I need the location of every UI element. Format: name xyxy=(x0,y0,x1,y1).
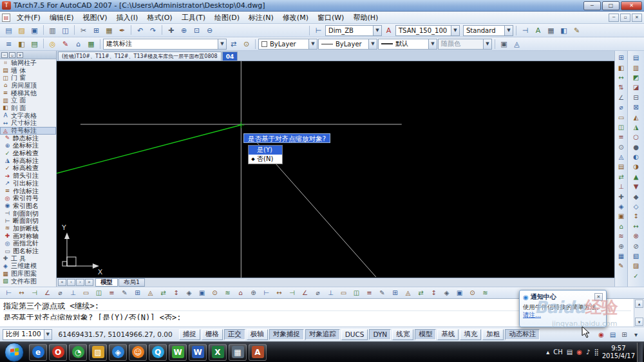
chevron-down-icon[interactable]: ▼ xyxy=(451,26,459,35)
tray-shield-icon[interactable]: ◉ xyxy=(576,348,582,356)
dim-tool-icon[interactable]: ∠ xyxy=(41,288,53,298)
table-style-combo[interactable]: Standard ▼ xyxy=(463,25,513,36)
dim-tool-icon[interactable]: ⊞ xyxy=(131,288,144,298)
right-tool-icon[interactable]: ⊕ xyxy=(616,241,627,251)
context-menu-item-是(Y)[interactable]: 是(Y) xyxy=(249,146,282,155)
match-properties-icon[interactable]: ✒ xyxy=(116,25,128,36)
right-tool-icon[interactable]: ⊠ xyxy=(630,102,641,112)
taskbar-folder-icon[interactable]: ▨ xyxy=(89,344,107,361)
dim-tool-icon[interactable]: ◈ xyxy=(440,288,453,298)
dim-tool-icon[interactable]: ◬ xyxy=(144,288,156,298)
dim-tool-icon[interactable]: ✎ xyxy=(376,288,388,298)
status-toggle-极轴[interactable]: 极轴 xyxy=(247,329,268,340)
bulb-icon[interactable]: ◎ xyxy=(46,39,59,50)
right-tool-icon[interactable]: ↔ xyxy=(630,222,641,231)
status-toggle-线宽[interactable]: 线宽 xyxy=(392,329,413,340)
annotation-scale-icon[interactable]: ◉ xyxy=(596,329,607,339)
dim-tool-icon[interactable]: ▭ xyxy=(80,288,92,298)
scroll-up-icon[interactable]: ▲ xyxy=(635,300,643,308)
open-folder-icon[interactable]: ▨ xyxy=(15,25,28,36)
taskbar-clock[interactable]: 9:57 2015/4/17 xyxy=(602,345,635,360)
right-tool-icon[interactable]: ▦ xyxy=(616,251,627,261)
palette-close-button[interactable]: ✕ xyxy=(17,52,23,58)
redo-icon[interactable]: ↷ xyxy=(147,25,159,36)
context-menu-item-否(N)[interactable]: ◆否(N) xyxy=(249,155,282,164)
tray-expand-icon[interactable]: ▴ xyxy=(546,348,549,356)
right-tool-icon[interactable]: ▣ xyxy=(616,211,627,221)
dim-tool-icon[interactable]: ▭ xyxy=(337,288,350,298)
chevron-down-icon[interactable]: ▼ xyxy=(373,26,381,35)
taskbar-word-icon[interactable]: W xyxy=(189,344,207,361)
status-toggle-基线[interactable]: 基线 xyxy=(437,329,459,340)
paste-icon[interactable]: ▦ xyxy=(103,25,115,36)
annotation-style-combo[interactable]: 建筑标注 ▼ xyxy=(103,39,227,50)
dim-tool-icon[interactable]: ⇄ xyxy=(415,288,427,298)
dim-tool-icon[interactable]: ◬ xyxy=(402,288,414,298)
layer-states-icon[interactable]: ◧ xyxy=(15,39,28,50)
right-tool-icon[interactable]: ◆ xyxy=(630,191,641,201)
dim-tool-icon[interactable]: ⊢ xyxy=(260,288,272,298)
taskbar-opera-icon[interactable]: O xyxy=(49,344,67,361)
zoom-window-icon[interactable]: ⊡ xyxy=(191,25,203,36)
palette-float-button[interactable]: ▫ xyxy=(9,52,15,58)
right-tool-icon[interactable]: ⊗ xyxy=(630,231,641,241)
menu-格式(O)[interactable]: 格式(O) xyxy=(142,12,176,24)
menu-视图(V)[interactable]: 视图(V) xyxy=(78,12,111,24)
right-tool-icon[interactable]: ▭ xyxy=(616,112,627,122)
status-toggle-捕捉[interactable]: 捕捉 xyxy=(179,329,200,340)
dim-tool-icon[interactable]: ⌀ xyxy=(54,288,66,298)
right-tool-icon[interactable]: ▲ xyxy=(630,172,641,182)
taskbar-ie-icon[interactable]: e xyxy=(29,344,47,361)
tab-scroll-arrow-icon[interactable]: » xyxy=(85,279,93,286)
dim-tool-icon[interactable]: ✎ xyxy=(118,288,131,298)
menu-文件(F)[interactable]: 文件(F) xyxy=(12,12,45,24)
minimize-button[interactable]: ─ xyxy=(583,1,601,10)
taskbar-browser-icon[interactable]: ◈ xyxy=(109,344,127,361)
dim-tool-icon[interactable]: ≡ xyxy=(106,288,118,298)
palette-section-轴网柱子[interactable]: ⌗轴网柱子 xyxy=(0,59,56,67)
right-tool-icon[interactable]: ◩ xyxy=(630,73,641,82)
right-tool-icon[interactable]: ▨ xyxy=(630,261,641,271)
right-tool-icon[interactable]: ▥ xyxy=(630,62,641,72)
maximize-button[interactable]: □ xyxy=(602,1,620,10)
lineweight-combo[interactable]: 默认 ▼ xyxy=(378,39,437,50)
text-style-icon[interactable]: A xyxy=(383,25,395,36)
dim-tool-icon[interactable]: ⊥ xyxy=(67,288,79,298)
menu-插入(I)[interactable]: 插入(I) xyxy=(112,12,143,24)
menu-绘图(D)[interactable]: 绘图(D) xyxy=(210,12,244,24)
plot-preview-icon[interactable]: ◫ xyxy=(59,25,71,36)
right-tool-icon[interactable]: ▤ xyxy=(616,162,627,171)
linetype-combo[interactable]: ByLayer ▼ xyxy=(318,39,377,50)
right-tool-icon[interactable]: ✚ xyxy=(616,191,627,201)
tray-keyboard-icon[interactable]: ▤ xyxy=(567,348,573,356)
right-tool-icon[interactable]: ◧ xyxy=(616,62,627,72)
dim-tool-icon[interactable]: ⊙ xyxy=(209,288,221,298)
table-icon[interactable]: ▦ xyxy=(545,25,557,36)
status-toggle-对象追踪[interactable]: 对象追踪 xyxy=(305,329,340,340)
save-icon[interactable]: ▣ xyxy=(28,25,41,36)
dim-tool-icon[interactable]: ⊙ xyxy=(466,288,478,298)
right-tool-icon[interactable]: ⊥ xyxy=(616,182,627,191)
zoom-realtime-icon[interactable]: ⊕ xyxy=(178,25,190,36)
right-tool-icon[interactable]: ⊟ xyxy=(630,93,641,102)
right-tool-icon[interactable]: ✎ xyxy=(616,261,627,271)
tab-scroll-arrow-icon[interactable]: ‹ xyxy=(67,279,75,286)
palette-section-楼梯其他[interactable]: ≡楼梯其他 xyxy=(0,90,56,97)
dim-tool-icon[interactable]: ▣ xyxy=(453,288,466,298)
notification-link[interactable]: 请注... xyxy=(523,311,603,319)
command-scrollbar[interactable]: ▲ ▼ xyxy=(634,299,644,327)
right-tool-icon[interactable]: ⇅ xyxy=(616,82,627,92)
dim-tool-icon[interactable]: ↔ xyxy=(15,288,28,298)
right-tool-icon[interactable]: ⌀ xyxy=(616,102,627,112)
annotation-edit-icon[interactable]: ✎ xyxy=(571,25,583,36)
close-button[interactable]: ✕ xyxy=(621,1,642,10)
right-tool-icon[interactable]: ◑ xyxy=(630,162,641,171)
status-toggle-模型[interactable]: 模型 xyxy=(415,329,436,340)
right-tool-icon[interactable]: ◮ xyxy=(630,122,641,132)
pan-icon[interactable]: ✚ xyxy=(165,25,177,36)
status-toggle-动态标注[interactable]: 动态标注 xyxy=(505,329,540,340)
taskbar-tarch-icon[interactable]: A xyxy=(249,344,267,361)
menu-帮助(H)[interactable]: 帮助(H) xyxy=(348,12,383,24)
right-tool-icon[interactable]: ◫ xyxy=(616,122,627,132)
swap-icon[interactable]: ⇄ xyxy=(227,39,240,50)
